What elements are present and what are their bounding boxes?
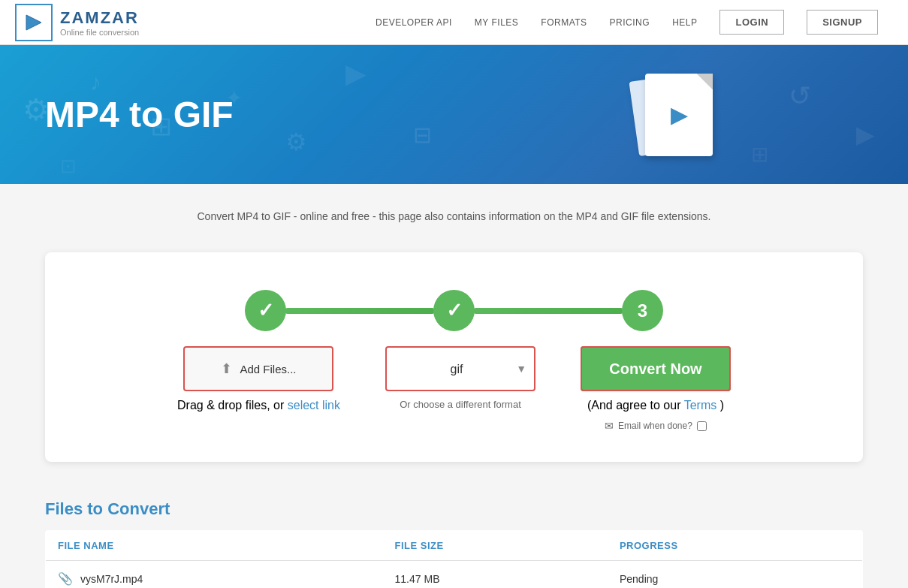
hero-file-front: ▶ <box>645 74 713 156</box>
select-link[interactable]: select link <box>288 399 340 412</box>
clip-icon: 📎 <box>58 571 73 586</box>
files-table: FILE NAME FILE SIZE PROGRESS 📎 vysM7rJ.m… <box>45 530 863 588</box>
files-title-static: Files to <box>45 499 103 518</box>
step-connector-1 <box>285 308 435 314</box>
svg-marker-0 <box>26 15 41 30</box>
add-files-label: Add Files... <box>240 363 296 375</box>
email-row: ✉ Email when done? <box>605 420 707 432</box>
convert-group: Convert Now (And agree to our Terms ) ✉ … <box>581 346 731 432</box>
signup-button[interactable]: SIGNUP <box>807 10 878 35</box>
step-3-number: 3 <box>638 300 647 321</box>
hero-file-corner <box>696 74 713 90</box>
nav-link-my-files[interactable]: MY FILES <box>475 17 518 28</box>
terms-close: ) <box>720 399 724 412</box>
svg-text:↺: ↺ <box>789 80 811 111</box>
logo-subtitle: Online file conversion <box>60 28 139 37</box>
hero-banner: ⚙ ♪ ⊞ ✦ ⚙ ▶ ⊟ ⊡ ↺ ▶ ⊞ MP4 to GIF ▶ <box>0 45 908 184</box>
upload-icon: ⬆ <box>221 360 232 377</box>
controls-row: ⬆ Add Files... Drag & drop files, or sel… <box>75 346 833 432</box>
format-select-group: gif mp4 avi mov wmv png jpg ▼ Or choose … <box>385 346 535 410</box>
svg-text:⚙: ⚙ <box>285 128 307 155</box>
hero-file-decoration: ▶ <box>645 74 713 156</box>
logo-link[interactable]: ZAMZAR Online file conversion <box>15 4 139 41</box>
svg-text:▶: ▶ <box>856 121 875 148</box>
description-section: Convert MP4 to GIF - online and free - t… <box>0 184 908 237</box>
svg-text:⊟: ⊟ <box>413 122 432 147</box>
svg-text:♪: ♪ <box>90 70 101 95</box>
files-title-accent: Convert <box>107 499 170 518</box>
logo-title: ZAMZAR <box>60 8 139 28</box>
svg-text:⊞: ⊞ <box>751 143 768 166</box>
file-size-cell: 11.47 MB <box>383 561 608 589</box>
format-select[interactable]: gif mp4 avi mov wmv png jpg <box>387 348 534 390</box>
steps-row: 3 <box>75 290 833 331</box>
col-filesize: FILE SIZE <box>383 531 608 561</box>
step-3-circle: 3 <box>622 290 663 331</box>
files-to-convert-section: Files to Convert FILE NAME FILE SIZE PRO… <box>0 492 908 588</box>
files-table-body: 📎 vysM7rJ.mp4 11.47 MB Pending <box>46 561 863 589</box>
terms-static: (And agree to our <box>587 399 681 412</box>
add-files-button[interactable]: ⬆ Add Files... <box>183 346 333 391</box>
file-name: vysM7rJ.mp4 <box>80 573 143 585</box>
description-text: Convert MP4 to GIF - online and free - t… <box>15 210 893 222</box>
terms-link[interactable]: Terms <box>684 399 717 412</box>
email-icon: ✉ <box>605 420 614 432</box>
format-select-wrapper: gif mp4 avi mov wmv png jpg ▼ <box>385 346 535 391</box>
add-files-group: ⬆ Add Files... Drag & drop files, or sel… <box>177 346 340 412</box>
hero-title: MP4 to GIF <box>45 94 234 135</box>
terms-row: (And agree to our Terms ) <box>587 399 724 412</box>
login-button[interactable]: LOGIN <box>719 10 784 35</box>
logo-icon <box>15 4 53 41</box>
nav-links: DEVELOPER API MY FILES FORMATS PRICING H… <box>376 10 878 35</box>
svg-text:⊡: ⊡ <box>60 155 77 177</box>
svg-text:▶: ▶ <box>345 58 367 89</box>
zamzar-logo-svg <box>23 11 45 34</box>
email-label: Email when done? <box>618 421 692 431</box>
converter-box: 3 ⬆ Add Files... Drag & drop files, or s… <box>45 252 863 462</box>
nav-link-formats[interactable]: FORMATS <box>541 17 587 28</box>
files-section-title: Files to Convert <box>45 499 863 519</box>
file-name-cell: 📎 vysM7rJ.mp4 <box>46 561 383 589</box>
convert-now-button[interactable]: Convert Now <box>581 346 731 391</box>
step-2-circle <box>433 290 475 331</box>
nav-link-pricing[interactable]: PRICING <box>610 17 650 28</box>
converter-section: 3 ⬆ Add Files... Drag & drop files, or s… <box>0 237 908 492</box>
email-checkbox[interactable] <box>697 421 707 431</box>
logo-text: ZAMZAR Online file conversion <box>60 8 139 37</box>
step-connector-2 <box>473 308 623 314</box>
files-table-header-row: FILE NAME FILE SIZE PROGRESS <box>46 531 863 561</box>
drag-drop-text: Drag & drop files, or select link <box>177 399 340 412</box>
file-progress-cell: Pending <box>608 561 863 589</box>
hero-play-icon: ▶ <box>671 101 688 128</box>
col-progress: PROGRESS <box>608 531 863 561</box>
drag-drop-static: Drag & drop files, or <box>177 399 284 412</box>
col-filename: FILE NAME <box>46 531 383 561</box>
nav-link-help[interactable]: HELP <box>672 17 697 28</box>
nav-link-developer-api[interactable]: DEVELOPER API <box>376 17 452 28</box>
table-row: 📎 vysM7rJ.mp4 11.47 MB Pending <box>46 561 863 589</box>
files-table-head: FILE NAME FILE SIZE PROGRESS <box>46 531 863 561</box>
format-hint: Or choose a different format <box>400 399 521 410</box>
step-1-circle <box>245 290 286 331</box>
navigation: ZAMZAR Online file conversion DEVELOPER … <box>0 0 908 45</box>
